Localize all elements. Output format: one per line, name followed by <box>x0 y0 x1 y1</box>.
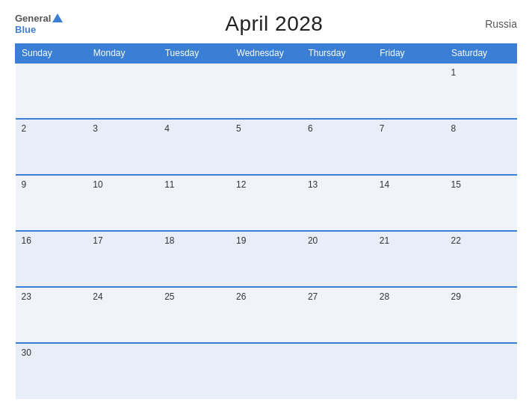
calendar-day-cell <box>230 63 302 119</box>
calendar-day-cell <box>158 343 230 399</box>
calendar-day-cell: 9 <box>16 175 87 231</box>
calendar-day-cell: 30 <box>16 343 87 399</box>
calendar-day-cell: 8 <box>445 119 517 175</box>
col-monday: Monday <box>87 44 158 64</box>
calendar-day-cell <box>230 343 302 399</box>
day-number: 19 <box>236 235 246 246</box>
calendar-day-cell: 6 <box>302 119 374 175</box>
day-number: 27 <box>308 291 318 302</box>
calendar-day-cell: 20 <box>302 231 374 287</box>
calendar-day-cell: 15 <box>445 175 517 231</box>
day-number: 20 <box>308 235 318 246</box>
day-number: 14 <box>380 179 389 190</box>
day-number: 25 <box>164 291 174 302</box>
day-number: 5 <box>236 123 241 134</box>
calendar-day-cell: 27 <box>302 287 374 343</box>
day-number: 23 <box>22 291 31 302</box>
col-friday: Friday <box>374 44 445 64</box>
day-number: 10 <box>93 179 102 190</box>
calendar-day-cell <box>16 63 87 119</box>
day-number: 1 <box>451 67 457 78</box>
calendar-day-cell: 2 <box>16 119 87 175</box>
calendar-day-cell: 22 <box>445 231 517 287</box>
day-number: 4 <box>164 123 170 134</box>
calendar-week-row: 1 <box>16 63 517 119</box>
calendar-day-cell: 3 <box>87 119 158 175</box>
col-saturday: Saturday <box>445 44 517 64</box>
calendar-day-cell <box>87 63 158 119</box>
country-label: Russia <box>485 18 517 30</box>
calendar-day-cell: 1 <box>445 63 517 119</box>
calendar-day-cell: 25 <box>158 287 230 343</box>
col-thursday: Thursday <box>302 44 374 64</box>
day-number: 9 <box>22 179 27 190</box>
day-number: 3 <box>93 123 98 134</box>
calendar-day-cell: 10 <box>87 175 158 231</box>
calendar-body: 1234567891011121314151617181920212223242… <box>16 63 517 399</box>
day-number: 17 <box>93 235 102 246</box>
logo-blue-text: Blue <box>15 24 36 35</box>
day-number: 16 <box>22 235 31 246</box>
day-number: 13 <box>308 179 318 190</box>
calendar-day-cell: 29 <box>445 287 517 343</box>
calendar-day-cell: 7 <box>374 119 445 175</box>
calendar-header: General Blue April 2028 Russia <box>15 12 517 36</box>
day-number: 29 <box>451 291 461 302</box>
day-number: 15 <box>451 179 461 190</box>
calendar-title: April 2028 <box>225 12 323 36</box>
calendar-day-cell: 24 <box>87 287 158 343</box>
day-number: 11 <box>164 179 174 190</box>
calendar-week-row: 9101112131415 <box>16 175 517 231</box>
day-number: 26 <box>236 291 246 302</box>
calendar-day-cell: 18 <box>158 231 230 287</box>
day-number: 22 <box>451 235 461 246</box>
day-number: 21 <box>380 235 389 246</box>
calendar-day-cell <box>445 343 517 399</box>
logo: General Blue <box>15 13 63 35</box>
col-tuesday: Tuesday <box>158 44 230 64</box>
calendar-day-cell: 28 <box>374 287 445 343</box>
calendar-day-cell: 13 <box>302 175 374 231</box>
day-number: 6 <box>308 123 313 134</box>
calendar-day-cell: 5 <box>230 119 302 175</box>
col-wednesday: Wednesday <box>230 44 302 64</box>
calendar-day-cell: 11 <box>158 175 230 231</box>
calendar-week-row: 23242526272829 <box>16 287 517 343</box>
calendar-day-cell <box>302 63 374 119</box>
day-number: 12 <box>236 179 246 190</box>
calendar-week-row: 2345678 <box>16 119 517 175</box>
calendar-header-row: Sunday Monday Tuesday Wednesday Thursday… <box>16 44 517 64</box>
day-number: 24 <box>93 291 102 302</box>
calendar-week-row: 16171819202122 <box>16 231 517 287</box>
day-number: 8 <box>451 123 457 134</box>
col-sunday: Sunday <box>16 44 87 64</box>
calendar-day-cell <box>374 343 445 399</box>
calendar-week-row: 30 <box>16 343 517 399</box>
calendar-day-cell: 16 <box>16 231 87 287</box>
calendar-day-cell <box>158 63 230 119</box>
calendar-day-cell: 23 <box>16 287 87 343</box>
calendar-day-cell: 26 <box>230 287 302 343</box>
day-number: 18 <box>164 235 174 246</box>
calendar-day-cell: 14 <box>374 175 445 231</box>
calendar-table: Sunday Monday Tuesday Wednesday Thursday… <box>15 43 517 399</box>
calendar-day-cell: 21 <box>374 231 445 287</box>
calendar-day-cell <box>374 63 445 119</box>
calendar-day-cell: 17 <box>87 231 158 287</box>
calendar-day-cell <box>87 343 158 399</box>
calendar-day-cell: 4 <box>158 119 230 175</box>
calendar-day-cell: 12 <box>230 175 302 231</box>
day-number: 28 <box>380 291 389 302</box>
calendar-day-cell: 19 <box>230 231 302 287</box>
logo-general-text: General <box>15 13 51 24</box>
logo-triangle-icon <box>52 13 63 22</box>
calendar-day-cell <box>302 343 374 399</box>
day-number: 2 <box>22 123 27 134</box>
day-number: 7 <box>380 123 385 134</box>
day-number: 30 <box>22 347 31 358</box>
